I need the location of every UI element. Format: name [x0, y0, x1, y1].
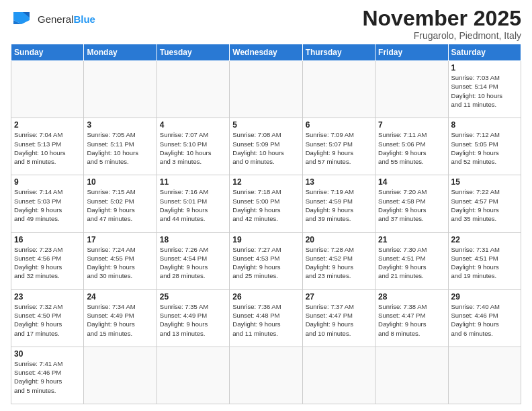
day-cell [302, 61, 375, 118]
calendar-title: November 2025 [362, 7, 521, 30]
day-cell: 4Sunrise: 7:07 AM Sunset: 5:10 PM Daylig… [157, 118, 229, 175]
day-info: Sunrise: 7:18 AM Sunset: 5:00 PM Dayligh… [232, 187, 299, 223]
day-number: 15 [451, 177, 518, 187]
logo-icon [11, 9, 35, 28]
day-info: Sunrise: 7:03 AM Sunset: 5:14 PM Dayligh… [451, 73, 518, 109]
day-info: Sunrise: 7:20 AM Sunset: 4:58 PM Dayligh… [378, 187, 445, 223]
week-row-1: 1Sunrise: 7:03 AM Sunset: 5:14 PM Daylig… [11, 61, 521, 118]
day-info: Sunrise: 7:07 AM Sunset: 5:10 PM Dayligh… [160, 130, 226, 166]
col-friday: Friday [375, 44, 448, 61]
day-cell: 11Sunrise: 7:16 AM Sunset: 5:01 PM Dayli… [157, 175, 229, 232]
day-cell [230, 347, 302, 404]
day-info: Sunrise: 7:35 AM Sunset: 4:49 PM Dayligh… [160, 302, 226, 338]
day-number: 12 [232, 177, 299, 187]
day-cell [375, 61, 448, 118]
day-cell: 22Sunrise: 7:31 AM Sunset: 4:51 PM Dayli… [448, 232, 521, 289]
day-number: 22 [451, 235, 518, 244]
day-info: Sunrise: 7:23 AM Sunset: 4:56 PM Dayligh… [14, 245, 81, 281]
day-number: 28 [378, 292, 445, 302]
day-cell [84, 61, 157, 118]
day-number: 24 [87, 292, 153, 302]
day-info: Sunrise: 7:40 AM Sunset: 4:46 PM Dayligh… [451, 302, 518, 338]
day-cell: 21Sunrise: 7:30 AM Sunset: 4:51 PM Dayli… [375, 232, 448, 289]
day-info: Sunrise: 7:08 AM Sunset: 5:09 PM Dayligh… [232, 130, 299, 166]
day-info: Sunrise: 7:16 AM Sunset: 5:01 PM Dayligh… [160, 187, 226, 223]
day-cell [302, 347, 375, 404]
day-info: Sunrise: 7:26 AM Sunset: 4:54 PM Dayligh… [160, 245, 226, 281]
col-thursday: Thursday [302, 44, 375, 61]
day-info: Sunrise: 7:05 AM Sunset: 5:11 PM Dayligh… [87, 130, 153, 166]
day-number: 4 [160, 120, 226, 130]
day-cell: 16Sunrise: 7:23 AM Sunset: 4:56 PM Dayli… [11, 232, 84, 289]
col-tuesday: Tuesday [157, 44, 229, 61]
col-wednesday: Wednesday [230, 44, 302, 61]
day-number: 11 [160, 177, 226, 187]
day-info: Sunrise: 7:38 AM Sunset: 4:47 PM Dayligh… [378, 302, 445, 338]
week-row-6: 30Sunrise: 7:41 AM Sunset: 4:46 PM Dayli… [11, 347, 521, 404]
page: GeneralBlue November 2025 Frugarolo, Pie… [0, 0, 532, 411]
col-saturday: Saturday [448, 44, 521, 61]
day-cell [84, 347, 157, 404]
col-monday: Monday [84, 44, 157, 61]
day-cell [11, 61, 84, 118]
day-number: 19 [232, 235, 299, 244]
day-cell: 19Sunrise: 7:27 AM Sunset: 4:53 PM Dayli… [230, 232, 302, 289]
day-cell: 28Sunrise: 7:38 AM Sunset: 4:47 PM Dayli… [375, 289, 448, 347]
day-cell [157, 61, 229, 118]
day-number: 6 [306, 120, 372, 130]
day-info: Sunrise: 7:27 AM Sunset: 4:53 PM Dayligh… [232, 245, 299, 281]
day-number: 8 [451, 120, 518, 130]
column-headers: Sunday Monday Tuesday Wednesday Thursday… [11, 44, 521, 61]
day-info: Sunrise: 7:30 AM Sunset: 4:51 PM Dayligh… [378, 245, 445, 281]
day-cell: 10Sunrise: 7:15 AM Sunset: 5:02 PM Dayli… [84, 175, 157, 232]
day-number: 1 [451, 63, 518, 73]
day-number: 13 [306, 177, 372, 187]
day-info: Sunrise: 7:31 AM Sunset: 4:51 PM Dayligh… [451, 245, 518, 281]
day-cell: 29Sunrise: 7:40 AM Sunset: 4:46 PM Dayli… [448, 289, 521, 347]
day-cell [448, 347, 521, 404]
calendar-table: Sunday Monday Tuesday Wednesday Thursday… [11, 44, 521, 404]
day-cell: 20Sunrise: 7:28 AM Sunset: 4:52 PM Dayli… [302, 232, 375, 289]
day-cell [157, 347, 229, 404]
day-cell: 26Sunrise: 7:36 AM Sunset: 4:48 PM Dayli… [230, 289, 302, 347]
day-info: Sunrise: 7:19 AM Sunset: 4:59 PM Dayligh… [306, 187, 372, 223]
day-number: 29 [451, 292, 518, 302]
day-info: Sunrise: 7:15 AM Sunset: 5:02 PM Dayligh… [87, 187, 153, 223]
week-row-2: 2Sunrise: 7:04 AM Sunset: 5:13 PM Daylig… [11, 118, 521, 175]
day-number: 27 [306, 292, 372, 302]
day-cell [230, 61, 302, 118]
day-cell: 18Sunrise: 7:26 AM Sunset: 4:54 PM Dayli… [157, 232, 229, 289]
day-cell: 9Sunrise: 7:14 AM Sunset: 5:03 PM Daylig… [11, 175, 84, 232]
day-number: 3 [87, 120, 153, 130]
day-number: 14 [378, 177, 445, 187]
day-number: 9 [14, 177, 81, 187]
day-number: 20 [306, 235, 372, 244]
week-row-3: 9Sunrise: 7:14 AM Sunset: 5:03 PM Daylig… [11, 175, 521, 232]
header: GeneralBlue November 2025 Frugarolo, Pie… [11, 7, 521, 41]
logo-text: GeneralBlue [38, 13, 95, 25]
day-info: Sunrise: 7:12 AM Sunset: 5:05 PM Dayligh… [451, 130, 518, 166]
day-cell: 15Sunrise: 7:22 AM Sunset: 4:57 PM Dayli… [448, 175, 521, 232]
day-cell: 25Sunrise: 7:35 AM Sunset: 4:49 PM Dayli… [157, 289, 229, 347]
day-cell: 24Sunrise: 7:34 AM Sunset: 4:49 PM Dayli… [84, 289, 157, 347]
day-cell: 5Sunrise: 7:08 AM Sunset: 5:09 PM Daylig… [230, 118, 302, 175]
day-number: 5 [232, 120, 299, 130]
day-cell: 3Sunrise: 7:05 AM Sunset: 5:11 PM Daylig… [84, 118, 157, 175]
day-cell: 1Sunrise: 7:03 AM Sunset: 5:14 PM Daylig… [448, 61, 521, 118]
day-info: Sunrise: 7:32 AM Sunset: 4:50 PM Dayligh… [14, 302, 81, 338]
day-info: Sunrise: 7:24 AM Sunset: 4:55 PM Dayligh… [87, 245, 153, 281]
day-number: 2 [14, 120, 81, 130]
day-info: Sunrise: 7:41 AM Sunset: 4:46 PM Dayligh… [14, 359, 81, 395]
day-info: Sunrise: 7:28 AM Sunset: 4:52 PM Dayligh… [306, 245, 372, 281]
day-info: Sunrise: 7:04 AM Sunset: 5:13 PM Dayligh… [14, 130, 81, 166]
day-cell: 12Sunrise: 7:18 AM Sunset: 5:00 PM Dayli… [230, 175, 302, 232]
day-cell: 23Sunrise: 7:32 AM Sunset: 4:50 PM Dayli… [11, 289, 84, 347]
day-cell: 30Sunrise: 7:41 AM Sunset: 4:46 PM Dayli… [11, 347, 84, 404]
title-block: November 2025 Frugarolo, Piedmont, Italy [362, 7, 521, 41]
day-info: Sunrise: 7:37 AM Sunset: 4:47 PM Dayligh… [306, 302, 372, 338]
logo: GeneralBlue [11, 9, 95, 28]
day-info: Sunrise: 7:22 AM Sunset: 4:57 PM Dayligh… [451, 187, 518, 223]
day-number: 10 [87, 177, 153, 187]
col-sunday: Sunday [11, 44, 84, 61]
day-number: 30 [14, 349, 81, 359]
